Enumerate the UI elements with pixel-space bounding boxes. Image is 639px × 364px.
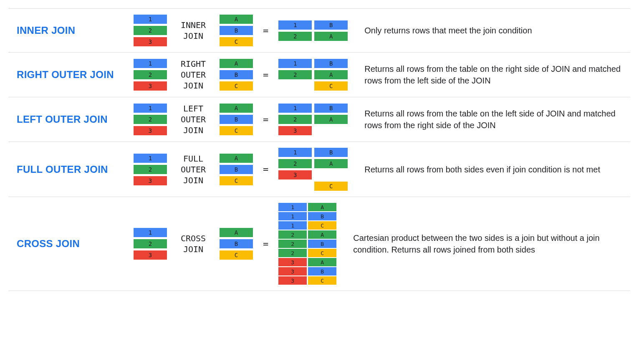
- data-cell: A: [220, 15, 253, 24]
- data-cell: 1: [134, 15, 167, 24]
- data-cell: A: [314, 32, 348, 41]
- data-cell: C: [220, 37, 253, 46]
- data-cell: 3: [278, 126, 312, 135]
- equals-sign: =: [260, 25, 271, 36]
- result-row: 3: [278, 126, 348, 135]
- data-cell: C: [220, 81, 253, 91]
- data-cell: 2: [134, 115, 167, 124]
- data-cell: 3: [278, 170, 312, 179]
- data-cell: [314, 126, 348, 135]
- left-table: 123: [134, 228, 167, 260]
- result-row: 3C: [278, 276, 336, 285]
- data-cell: 1: [134, 154, 167, 163]
- join-operator: INNER JOIN: [174, 20, 212, 41]
- join-visual: 123LEFT OUTER JOINABC=1B2A3: [134, 103, 348, 136]
- data-cell: B: [220, 70, 253, 79]
- join-description: Returns all rows from the table on the r…: [352, 63, 626, 86]
- data-cell: B: [308, 212, 336, 220]
- data-cell: A: [308, 203, 336, 211]
- join-operator: CROSS JOIN: [174, 233, 212, 255]
- data-cell: 2: [278, 230, 307, 239]
- data-cell: B: [220, 115, 253, 124]
- result-row: 3B: [278, 267, 336, 276]
- data-cell: B: [308, 240, 336, 248]
- data-cell: 3: [134, 81, 167, 91]
- join-row: RIGHT OUTER JOIN123RIGHT OUTER JOINABC=1…: [8, 53, 630, 97]
- join-row: LEFT OUTER JOIN123LEFT OUTER JOINABC=1B2…: [8, 97, 630, 142]
- result-row: 2A: [278, 230, 336, 239]
- data-cell: 1: [278, 221, 307, 230]
- data-cell: 2: [278, 115, 312, 124]
- data-cell: 3: [278, 258, 307, 266]
- data-cell: 3: [134, 250, 167, 260]
- data-cell: 1: [134, 59, 167, 68]
- result-table: 1B2A3C: [278, 148, 348, 191]
- data-cell: A: [308, 258, 336, 266]
- data-cell: 2: [134, 239, 167, 248]
- join-row: INNER JOIN123INNER JOINABC=1B2AOnly retu…: [8, 8, 630, 53]
- data-cell: A: [220, 59, 253, 68]
- data-cell: 3: [134, 37, 167, 46]
- right-table: ABC: [220, 15, 253, 46]
- left-table: 123: [134, 15, 167, 46]
- join-description: Cartesian product between the two sides …: [341, 232, 626, 255]
- result-row: 1B: [278, 148, 348, 157]
- result-row: 1B: [278, 59, 348, 68]
- data-cell: 1: [278, 203, 307, 211]
- join-operator: RIGHT OUTER JOIN: [174, 58, 212, 91]
- join-operator: FULL OUTER JOIN: [174, 153, 212, 186]
- right-table: ABC: [220, 154, 253, 185]
- right-table: ABC: [220, 59, 253, 91]
- data-cell: 3: [134, 126, 167, 135]
- data-cell: C: [308, 221, 336, 230]
- data-cell: 1: [278, 104, 312, 113]
- equals-sign: =: [260, 114, 271, 125]
- data-cell: A: [314, 115, 348, 124]
- right-table: ABC: [220, 228, 253, 260]
- data-cell: [278, 81, 312, 91]
- result-row: C: [278, 182, 348, 191]
- join-title: CROSS JOIN: [13, 238, 129, 250]
- result-row: 2C: [278, 249, 336, 257]
- join-title: FULL OUTER JOIN: [13, 164, 129, 175]
- data-cell: 1: [278, 20, 312, 30]
- data-cell: 2: [278, 32, 312, 41]
- result-row: 1B: [278, 212, 336, 220]
- data-cell: [314, 170, 348, 179]
- result-row: 2A: [278, 115, 348, 124]
- join-row: CROSS JOIN123CROSS JOINABC=1A1B1C2A2B2C3…: [8, 197, 630, 291]
- data-cell: C: [220, 250, 253, 260]
- join-description: Returns all rows from the table on the l…: [352, 108, 626, 131]
- data-cell: 2: [278, 249, 307, 257]
- data-cell: 2: [134, 26, 167, 35]
- data-cell: 3: [278, 267, 307, 276]
- data-cell: B: [220, 239, 253, 248]
- result-row: 1C: [278, 221, 336, 230]
- result-table: 1A1B1C2A2B2C3A3B3C: [278, 203, 336, 285]
- data-cell: 3: [134, 176, 167, 185]
- data-cell: B: [220, 165, 253, 174]
- data-cell: B: [314, 104, 348, 113]
- join-visual: 123RIGHT OUTER JOINABC=1B2AC: [134, 58, 348, 91]
- data-cell: [278, 182, 312, 191]
- left-table: 123: [134, 104, 167, 135]
- data-cell: 1: [134, 228, 167, 237]
- join-visual: 123CROSS JOINABC=1A1B1C2A2B2C3A3B3C: [134, 203, 336, 285]
- join-visual: 123INNER JOINABC=1B2A: [134, 15, 348, 46]
- data-cell: B: [308, 267, 336, 276]
- data-cell: C: [220, 126, 253, 135]
- join-types-table: INNER JOIN123INNER JOINABC=1B2AOnly retu…: [8, 8, 630, 291]
- data-cell: B: [314, 148, 348, 157]
- right-table: ABC: [220, 104, 253, 135]
- data-cell: 1: [278, 212, 307, 220]
- data-cell: A: [314, 159, 348, 168]
- data-cell: B: [314, 59, 348, 68]
- equals-sign: =: [260, 70, 271, 80]
- data-cell: A: [220, 154, 253, 163]
- result-row: 2B: [278, 240, 336, 248]
- join-visual: 123FULL OUTER JOINABC=1B2A3C: [134, 148, 348, 191]
- data-cell: 3: [278, 276, 307, 285]
- data-cell: C: [220, 176, 253, 185]
- data-cell: 2: [134, 70, 167, 79]
- data-cell: 2: [278, 240, 307, 248]
